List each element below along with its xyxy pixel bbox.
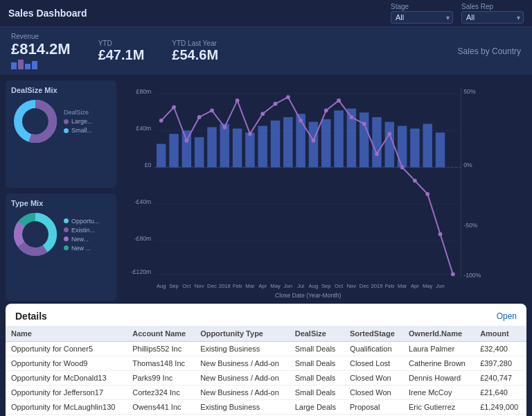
table-cell: Closed Lost [344, 356, 403, 371]
svg-rect-35 [372, 117, 381, 167]
table-cell: £32,400 [475, 342, 526, 356]
chart-area: £80m £40m £0 -£40m -£80m -£120m [116, 80, 526, 301]
sales-rep-select[interactable]: All [461, 11, 524, 24]
dealsize-content: DealSize Large... Small... [11, 97, 111, 146]
svg-rect-32 [334, 110, 343, 167]
table-cell: Opportunity for Conner5 [6, 342, 127, 356]
details-open-button[interactable]: Open [497, 311, 517, 321]
table-cell: Small Deals [290, 342, 344, 356]
svg-text:-50%: -50% [463, 222, 478, 229]
kpi-ytd-last-value: £54.6M [172, 47, 218, 63]
table-cell: Opportunity for McDonald13 [6, 371, 127, 385]
typemix-title: Type Mix [11, 199, 111, 207]
table-cell: Dennis Howard [403, 371, 475, 385]
legend-small: Small... [64, 127, 93, 134]
details-table: Name Account Name Opportunity Type DealS… [6, 326, 526, 416]
table-row: Opportunity for Wood9Thomas148 IncNew Bu… [6, 356, 526, 371]
dealsize-title: DealSize Mix [11, 86, 111, 94]
table-cell: Small Deals [290, 371, 344, 385]
svg-point-54 [324, 108, 328, 112]
spark-bar-4 [32, 61, 37, 69]
svg-text:2018: 2018 [219, 283, 231, 289]
col-account: Account Name [127, 326, 195, 342]
col-name: Name [6, 326, 127, 342]
kpi-sparkline [11, 60, 71, 69]
svg-point-44 [197, 115, 202, 119]
table-cell: Opportunity for Wood9 [6, 356, 127, 371]
main-content: DealSize Mix DealSize Large... [0, 75, 532, 304]
legend-new1: New... [64, 236, 99, 243]
table-cell: £240,747 [475, 371, 526, 385]
legend-new2: New ... [64, 245, 99, 252]
table-row: Opportunity for McLaughlin130Owens441 In… [6, 400, 526, 415]
svg-rect-34 [360, 112, 369, 167]
table-cell: New Business / Add-on [195, 371, 290, 385]
details-tbody: Opportunity for Conner5Phillips552 IncEx… [6, 342, 526, 417]
kpi-revenue: Revenue £814.2M [11, 33, 71, 69]
legend-dealsize-title: DealSize [64, 109, 93, 116]
svg-rect-23 [220, 124, 229, 168]
svg-point-50 [274, 102, 278, 106]
svg-point-42 [172, 105, 176, 110]
kpi-ytd-label: YTD [98, 40, 145, 47]
kpi-revenue-label: Revenue [11, 33, 71, 40]
kpi-ytd-value: £47.1M [98, 47, 145, 63]
svg-point-48 [248, 132, 252, 136]
svg-text:Apr: Apr [258, 283, 267, 289]
stage-select[interactable]: All [391, 11, 453, 24]
legend-small-label: Small... [71, 127, 92, 134]
dealsize-legend: DealSize Large... Small... [64, 109, 93, 134]
svg-text:Apr: Apr [411, 283, 419, 289]
main-chart-svg: £80m £40m £0 -£40m -£80m -£120m [116, 80, 526, 301]
svg-text:-£40m: -£40m [134, 198, 152, 205]
svg-text:Dec: Dec [360, 283, 369, 289]
legend-large-label: Large... [71, 118, 93, 125]
svg-text:Jul: Jul [297, 283, 304, 289]
svg-point-63 [438, 232, 443, 236]
svg-text:Sep: Sep [169, 283, 179, 289]
svg-point-56 [349, 115, 353, 119]
svg-text:May: May [270, 283, 281, 289]
svg-text:Mar: Mar [398, 283, 407, 289]
svg-text:Dec: Dec [207, 283, 217, 289]
svg-text:2019: 2019 [371, 283, 382, 289]
svg-point-41 [159, 119, 163, 123]
table-cell: Closed Won [344, 371, 403, 385]
details-section: Details Open Name Account Name Opportuni… [6, 304, 526, 416]
svg-rect-25 [245, 132, 254, 167]
header-filters: Stage All Sales Rep All [391, 3, 524, 24]
svg-rect-26 [258, 126, 267, 168]
col-stage: SortedStage [344, 326, 403, 342]
col-amount: Amount [475, 326, 526, 342]
sales-rep-label: Sales Rep [461, 3, 524, 10]
svg-point-64 [451, 272, 455, 277]
svg-text:Sep: Sep [321, 283, 331, 289]
svg-text:Jun: Jun [436, 283, 444, 289]
svg-rect-40 [436, 132, 445, 167]
table-cell: Small Deals [290, 385, 344, 400]
table-cell: New Business / Add-on [195, 356, 290, 371]
left-panel: DealSize Mix DealSize Large... [6, 80, 116, 301]
typemix-legend: Opportu... Existin... New... New ... [64, 218, 99, 252]
kpi-ytd-last: YTD Last Year £54.6M [172, 40, 218, 63]
svg-rect-36 [385, 122, 394, 168]
legend-dot-new2 [64, 245, 69, 250]
kpi-bar: Revenue £814.2M YTD £47.1M YTD Last Year… [0, 27, 532, 75]
legend-dot-small [64, 128, 69, 133]
kpi-ytd-last-label: YTD Last Year [172, 40, 218, 47]
svg-text:Feb: Feb [385, 283, 394, 289]
svg-rect-37 [398, 126, 407, 168]
table-cell: Catherine Brown [403, 356, 475, 371]
table-cell: Thomas148 Inc [127, 356, 195, 371]
legend-new2-label: New ... [71, 245, 91, 252]
table-cell: Parks99 Inc [127, 371, 195, 385]
svg-rect-38 [410, 128, 419, 167]
header: Sales Dashboard Stage All Sales Rep All [0, 0, 532, 27]
svg-rect-39 [423, 124, 432, 168]
table-cell: £1,249,000 [475, 400, 526, 415]
svg-rect-18 [157, 144, 166, 168]
typemix-content: Opportu... Existin... New... New ... [11, 210, 111, 259]
kpi-ytd: YTD £47.1M [98, 40, 145, 63]
kpi-right-label: Sales by Country [458, 46, 521, 56]
svg-text:£80m: £80m [136, 88, 152, 95]
